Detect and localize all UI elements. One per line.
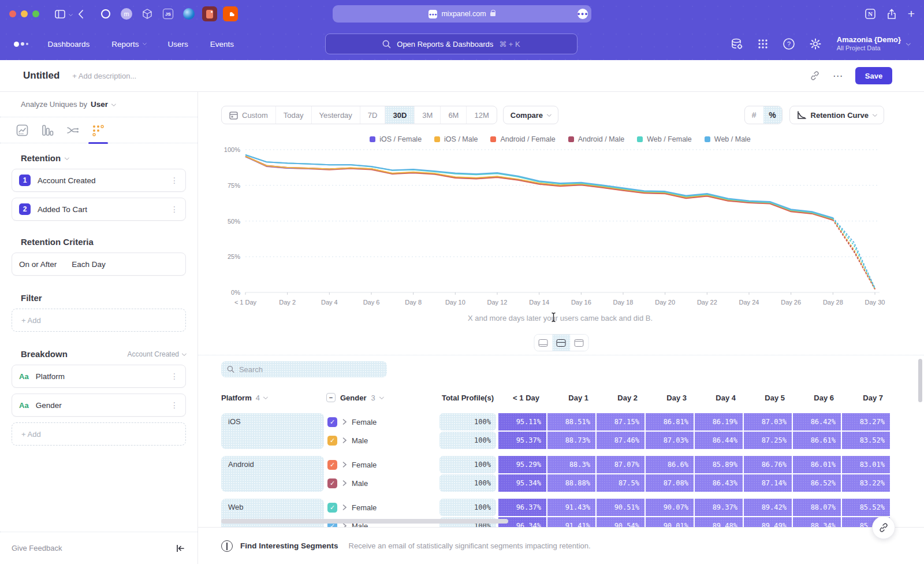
zoom-window-button[interactable] [32,10,39,17]
day-header[interactable]: Day 7 [842,394,891,402]
retention-value-cell[interactable]: 86.52% [793,474,841,492]
range-6m[interactable]: 6M [440,106,466,124]
breakdown-scope-dropdown[interactable]: Account Created [128,350,186,358]
collapse-sidebar-icon[interactable] [176,544,185,552]
extension-js-icon[interactable]: JS [161,6,176,21]
vertical-scrollbar[interactable] [918,359,922,402]
retention-value-cell[interactable]: 95.37% [498,432,546,449]
range-yesterday[interactable]: Yesterday [311,106,360,124]
horizontal-scrollbar[interactable] [221,519,508,524]
table-search[interactable] [221,361,387,377]
tab-flows[interactable] [61,117,84,143]
step-options-icon[interactable]: ⋮ [170,176,178,185]
retention-value-cell[interactable]: 86.61% [793,432,841,449]
settings-gear-icon[interactable] [809,38,822,50]
range-custom[interactable]: Custom [222,106,275,124]
project-switcher[interactable]: Amazonia {Demo} All Project Data [837,35,910,53]
retention-value-cell[interactable]: 90.51% [597,499,644,516]
day-header[interactable]: Day 2 [597,394,646,402]
tab-funnels[interactable] [36,117,59,143]
series-checkbox[interactable]: ✓ [327,417,337,427]
chevron-right-icon[interactable] [342,437,346,443]
legend-item[interactable]: Android / Female [490,135,555,143]
mixpanel-logo[interactable] [14,42,28,47]
day-header[interactable]: Day 5 [744,394,793,402]
day-header[interactable]: Day 1 [547,394,597,402]
step-options-icon[interactable]: ⋮ [170,205,178,214]
retention-value-cell[interactable]: 96.37% [498,499,546,516]
nav-link-reports[interactable]: Reports [111,40,146,49]
back-icon[interactable] [78,10,83,18]
analyze-value-dropdown[interactable]: User [91,100,108,109]
breakdown-add-button[interactable]: + Add [12,422,186,446]
retention-value-cell[interactable]: 87.03% [646,432,694,449]
layout-totals-button[interactable] [534,335,552,351]
range-30d[interactable]: 30D [385,106,414,124]
day-header[interactable]: Day 4 [695,394,744,402]
retention-value-cell[interactable]: 83.01% [842,456,890,473]
extension-browser-icon[interactable] [181,6,196,21]
chevron-right-icon[interactable] [342,419,346,425]
series-line-projected[interactable] [833,220,875,289]
retention-value-cell[interactable]: 86.42% [793,413,841,431]
retention-value-cell[interactable]: 86.81% [646,413,694,431]
minimize-window-button[interactable] [21,10,28,17]
retention-value-cell[interactable]: 90.01% [646,517,694,527]
chevron-right-icon[interactable] [342,462,346,467]
copy-link-icon[interactable] [810,70,820,81]
data-management-icon[interactable] [731,38,743,50]
total-profiles-header[interactable]: Total Profile(s) [439,394,498,402]
segments-title[interactable]: Find Interesting Segments [240,541,338,550]
series-line[interactable] [245,157,833,220]
new-tab-icon[interactable]: + [908,7,915,21]
retention-value-cell[interactable]: 88.88% [547,474,595,492]
address-bar[interactable]: ●●● mixpanel.com ●●● [333,5,591,23]
retention-value-cell[interactable]: 83.22% [842,474,890,492]
series-checkbox[interactable]: ✓ [327,460,337,470]
retention-value-cell[interactable]: 91.43% [547,499,595,516]
layout-header-button[interactable] [570,335,588,351]
series-line[interactable] [245,156,833,219]
filter-add-button[interactable]: + Add [12,309,186,332]
retention-value-cell[interactable]: 89.49% [744,517,792,527]
percent-toggle[interactable]: % [763,106,782,124]
table-search-input[interactable] [239,365,381,374]
retention-value-cell[interactable]: 87.03% [744,413,792,431]
chevron-right-icon[interactable] [342,480,346,486]
extension-cube-icon[interactable] [140,6,155,21]
save-button[interactable]: Save [855,67,892,84]
tab-insights[interactable] [10,117,33,143]
extension-soundcloud-icon[interactable] [223,6,238,21]
day-header[interactable]: Day 3 [646,394,695,402]
platform-cell[interactable]: iOS [221,413,324,449]
legend-item[interactable]: iOS / Female [370,135,422,143]
global-search-button[interactable]: Open Reports & Dashboards ⌘ + K [325,34,578,54]
retention-value-cell[interactable]: 90.07% [646,499,694,516]
retention-value-cell[interactable]: 88.07% [793,499,841,516]
retention-value-cell[interactable]: 87.08% [646,474,694,492]
series-line[interactable] [245,157,833,220]
retention-value-cell[interactable]: 91.41% [547,517,595,527]
chevron-right-icon[interactable] [342,523,346,527]
range-today[interactable]: Today [275,106,311,124]
criteria-interval[interactable]: Each Day [72,260,106,269]
series-line[interactable] [245,155,833,218]
breakdown-item-platform[interactable]: AaPlatform⋮ [12,365,186,388]
retention-value-cell[interactable]: 89.48% [695,517,743,527]
series-checkbox[interactable]: ✓ [327,436,337,446]
day-header[interactable]: < 1 Day [498,394,547,402]
retention-value-cell[interactable]: 88.73% [547,432,595,449]
series-checkbox[interactable]: ✓ [327,503,337,513]
criteria-card[interactable]: On or After Each Day [12,253,186,276]
tab-retention[interactable] [87,117,110,143]
close-window-button[interactable] [9,10,16,17]
extension-m-icon[interactable]: m [119,6,134,21]
retention-value-cell[interactable]: 86.76% [744,456,792,473]
nav-link-events[interactable]: Events [210,40,234,49]
day-header[interactable]: Day 6 [793,394,842,402]
number-toggle[interactable]: # [745,106,763,124]
retention-value-cell[interactable]: 87.25% [744,432,792,449]
retention-value-cell[interactable]: 83.27% [842,413,890,431]
retention-value-cell[interactable]: 89.42% [744,499,792,516]
retention-step-1[interactable]: 1Account Created⋮ [12,169,186,192]
